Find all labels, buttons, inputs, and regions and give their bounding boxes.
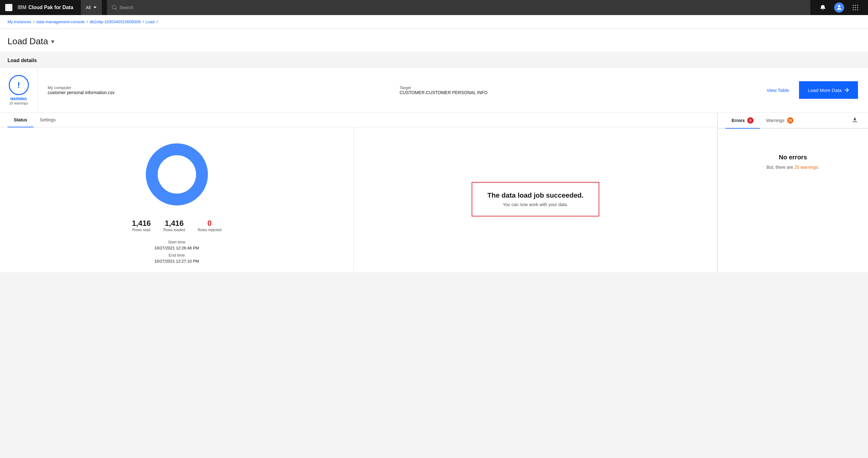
apps-button[interactable]	[848, 0, 863, 15]
notifications-button[interactable]	[815, 0, 830, 15]
svg-point-7	[855, 7, 856, 8]
start-time-value-row: 10/27/2021 12:26:48 PM	[154, 246, 199, 250]
start-time-row: Start time	[154, 240, 199, 244]
tab-warnings[interactable]: Warnings 25	[760, 113, 800, 129]
app-brand: IBM Cloud Pak for Data	[18, 5, 73, 10]
no-errors-desc: But, there are 25 warnings.	[766, 165, 819, 170]
tabs-panels: Status Settings	[0, 113, 868, 272]
warning-label: WARNING	[10, 97, 27, 101]
end-time-label: End time	[169, 253, 185, 257]
rows-read-stat: 1,416 Rows read	[132, 219, 151, 232]
left-tabs: Status Settings	[0, 113, 717, 127]
end-time-value: 10/27/2021 12:27:10 PM	[154, 259, 199, 264]
avatar-button[interactable]	[832, 0, 847, 15]
success-subtitle: You can now work with your data.	[487, 202, 584, 207]
breadcrumb-sep-4: /	[156, 20, 158, 24]
warning-exclamation-icon: !	[17, 81, 20, 89]
svg-rect-1	[6, 7, 12, 8]
bell-icon	[820, 4, 826, 11]
svg-point-13	[158, 155, 196, 193]
target-value: CUSTOMER.CUSTOMER PERSONAL INFO	[400, 90, 741, 95]
rows-loaded-stat: 1,416 Rows loaded	[163, 219, 185, 232]
svg-point-10	[855, 9, 856, 10]
tab-status[interactable]: Status	[7, 113, 34, 127]
end-time-row: End time	[154, 253, 199, 257]
main-content: Load details ! WARNING 25 warnings My co…	[0, 52, 868, 272]
details-actions: View Table Load More Data	[751, 74, 868, 106]
rows-rejected-label: Rows rejected	[197, 228, 221, 232]
breadcrumb-load[interactable]: Load	[146, 20, 155, 24]
warning-indicator: ! WARNING 25 warnings	[0, 67, 38, 113]
top-navigation: IBM Cloud Pak for Data All	[0, 0, 868, 15]
svg-point-9	[853, 9, 854, 10]
no-errors-title: No errors	[779, 154, 807, 161]
right-panel: Errors 0 Warnings 25 No errors But, the	[717, 113, 868, 272]
rows-rejected-stat: 0 Rows rejected	[197, 219, 221, 232]
arrow-right-icon	[844, 88, 849, 93]
brand-name: Cloud Pak for Data	[28, 5, 73, 10]
rows-read-label: Rows read	[132, 228, 151, 232]
source-value: customer personal information.csv	[48, 90, 390, 95]
search-icon	[112, 5, 117, 10]
svg-point-11	[857, 9, 858, 10]
load-more-data-button[interactable]: Load More Data	[799, 81, 858, 99]
start-time-label: Start time	[168, 240, 186, 244]
svg-rect-0	[6, 5, 12, 6]
details-info: My computer customer personal informatio…	[38, 78, 751, 102]
breadcrumb-sep-1: /	[33, 20, 34, 24]
errors-badge: 0	[747, 117, 753, 124]
time-info: Start time 10/27/2021 12:26:48 PM End ti…	[154, 240, 199, 265]
no-errors-desc-suffix: .	[818, 165, 819, 170]
filter-label: All	[86, 5, 91, 10]
target-label: Target	[400, 85, 741, 90]
avatar	[834, 2, 844, 12]
search-bar	[107, 0, 810, 15]
brand-ibm: IBM	[18, 5, 26, 10]
svg-point-4	[855, 5, 856, 6]
breadcrumb: My instances / data-management-console /…	[0, 15, 868, 29]
filter-dropdown[interactable]: All	[81, 0, 102, 15]
right-tabs: Errors 0 Warnings 25	[718, 113, 868, 129]
page-title-chevron-icon[interactable]: ▾	[51, 38, 54, 45]
breadcrumb-sep-2: /	[87, 20, 88, 24]
stats-panel: 1,416 Rows read 1,416 Rows loaded 0 Rows…	[0, 127, 354, 271]
success-area: The data load job succeeded. You can now…	[354, 127, 717, 271]
page-title: Load Data	[7, 36, 48, 47]
source-label: My computer	[48, 85, 390, 90]
stats-row: 1,416 Rows read 1,416 Rows loaded 0 Rows…	[132, 219, 221, 232]
svg-rect-2	[6, 9, 12, 10]
donut-chart	[143, 140, 211, 209]
tab-errors[interactable]: Errors 0	[725, 113, 760, 129]
download-icon	[852, 117, 858, 123]
rows-loaded-label: Rows loaded	[163, 228, 185, 232]
svg-point-8	[857, 7, 858, 8]
apps-icon	[852, 4, 859, 11]
warnings-badge: 25	[787, 117, 794, 124]
section-title: Load details	[0, 52, 868, 67]
start-time-value: 10/27/2021 12:26:48 PM	[154, 246, 199, 250]
hamburger-menu-button[interactable]	[5, 4, 12, 11]
success-box: The data load job succeeded. You can now…	[472, 182, 599, 216]
breadcrumb-db2oltp[interactable]: db2oltp-1635340315609308	[90, 20, 141, 24]
errors-tab-label: Errors	[732, 118, 745, 123]
breadcrumb-my-instances[interactable]: My instances	[7, 20, 31, 24]
warning-count: 25 warnings	[9, 101, 28, 105]
page-header: Load Data ▾	[0, 29, 868, 52]
right-panel-content: No errors But, there are 25 warnings.	[718, 129, 868, 195]
svg-point-6	[853, 7, 854, 8]
view-table-button[interactable]: View Table	[762, 85, 794, 95]
svg-point-5	[857, 5, 858, 6]
warnings-link[interactable]: 25 warnings	[794, 165, 818, 170]
breadcrumb-data-management-console[interactable]: data-management-console	[36, 20, 85, 24]
rows-loaded-value: 1,416	[163, 219, 185, 228]
tab-settings[interactable]: Settings	[34, 113, 62, 127]
success-title: The data load job succeeded.	[487, 191, 584, 200]
nav-icons	[815, 0, 863, 15]
details-card: ! WARNING 25 warnings My computer custom…	[0, 67, 868, 113]
warning-circle: !	[9, 75, 29, 95]
download-button[interactable]	[849, 114, 861, 127]
no-errors-desc-prefix: But, there are	[766, 165, 794, 170]
breadcrumb-sep-3: /	[143, 20, 144, 24]
search-input[interactable]	[120, 5, 805, 10]
warnings-tab-label: Warnings	[766, 118, 784, 123]
